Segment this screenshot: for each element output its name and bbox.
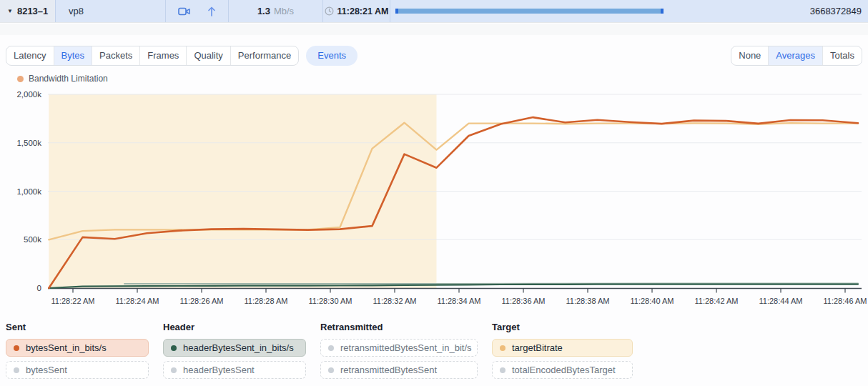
event-legend-label: Bandwidth Limitation — [29, 74, 108, 84]
tab-bytes[interactable]: Bytes — [54, 46, 92, 65]
y-axis-label: 1,000k — [16, 187, 41, 196]
x-axis-label: 11:28:38 AM — [566, 297, 610, 305]
x-axis-label: 11:28:40 AM — [631, 297, 674, 305]
series-toggle-label: retransmittedBytesSent_in_bit/s — [340, 342, 472, 353]
metric-tabs: LatencyBytesPacketsFramesQualityPerforma… — [6, 46, 299, 66]
x-axis-label: 11:28:36 AM — [502, 297, 546, 305]
bitrate-cell: 1.3 Mb/s — [229, 0, 323, 22]
ssrc-value: 3668372849 — [810, 6, 868, 16]
legend-group-title: Retransmitted — [320, 322, 478, 332]
series-color-dot — [171, 367, 177, 373]
x-axis-label: 11:28:30 AM — [309, 297, 352, 305]
series-color-dot — [500, 367, 505, 373]
codec-label: vp8 — [69, 6, 84, 16]
x-axis-label: 11:28:34 AM — [438, 297, 481, 305]
legend-group-target: TargettargetBitratetotalEncodedBytesTarg… — [492, 322, 633, 383]
series-toggle-label: retransmittedBytesSent — [340, 365, 437, 375]
series-toggle-retransmittedbytessent[interactable]: retransmittedBytesSent — [320, 361, 478, 379]
y-axis-label: 2,000k — [16, 90, 41, 99]
current-time: 11:28:21 AM — [337, 6, 389, 16]
bandwidth-limitation-dot — [17, 76, 24, 82]
view-mode-none[interactable]: None — [731, 46, 768, 65]
series-toggle-label: bytesSent — [26, 365, 67, 375]
y-axis-label: 0 — [37, 284, 41, 292]
codec-cell: vp8 — [56, 0, 166, 22]
x-axis-label: 11:28:44 AM — [759, 297, 803, 305]
stream-header-bar: ▼ 8213–1 vp8 1.3 Mb/s 11:28:21 AM 366837… — [0, 0, 868, 23]
series-toggle-label: bytesSent_in_bits/s — [26, 342, 107, 353]
y-axis-label: 500k — [24, 235, 41, 244]
view-mode-toggle: NoneAveragesTotals — [731, 46, 862, 66]
x-axis-label: 11:28:22 AM — [51, 297, 95, 305]
series-toggle-targetbitrate[interactable]: targetBitrate — [492, 339, 633, 357]
series-color-dot — [328, 367, 334, 373]
y-axis-label: 1,500k — [16, 139, 41, 147]
series-toggle-label: headerBytesSent — [183, 365, 255, 375]
x-axis-label: 11:28:24 AM — [116, 297, 159, 305]
tab-events[interactable]: Events — [306, 46, 357, 66]
view-mode-averages[interactable]: Averages — [768, 46, 822, 65]
tab-frames[interactable]: Frames — [139, 46, 186, 65]
time-cell: 11:28:21 AM — [323, 0, 390, 22]
series-toggle-headerbytessent-in-bits-s[interactable]: headerBytesSent_in_bits/s — [163, 339, 306, 357]
legend-group-title: Sent — [6, 322, 149, 332]
series-color-dot — [500, 345, 505, 351]
event-legend: Bandwidth Limitation — [17, 74, 108, 84]
series-color-dot — [171, 345, 177, 351]
progress-cell: 3668372849 — [390, 0, 868, 22]
tab-quality[interactable]: Quality — [186, 46, 230, 65]
x-axis-label: 11:28:42 AM — [695, 297, 739, 305]
legend-group-title: Target — [492, 322, 633, 332]
x-axis-label: 11:28:46 AM — [824, 297, 867, 305]
series-toggle-retransmittedbytessent-in-bit-s[interactable]: retransmittedBytesSent_in_bit/s — [320, 339, 478, 357]
bitrate-value: 1.3 — [257, 6, 270, 16]
legend-group-title: Header — [163, 322, 306, 332]
clock-icon — [325, 6, 334, 16]
bitrate-unit: Mb/s — [274, 6, 294, 16]
series-color-dot — [328, 345, 334, 351]
toolbar: LatencyBytesPacketsFramesQualityPerforma… — [6, 46, 862, 66]
series-toggle-label: totalEncodedBytesTarget — [512, 365, 616, 375]
series-toggle-totalencodedbytestarget[interactable]: totalEncodedBytesTarget — [492, 361, 633, 379]
arrow-up-icon — [207, 6, 216, 16]
header-spacer — [0, 24, 868, 35]
series-toggle-label: headerBytesSent_in_bits/s — [183, 342, 294, 353]
stream-id: 8213–1 — [17, 6, 48, 16]
legend-group-retransmitted: RetransmittedretransmittedBytesSent_in_b… — [320, 322, 478, 383]
x-axis-label: 11:28:32 AM — [373, 297, 417, 305]
x-axis-label: 11:28:28 AM — [245, 297, 288, 305]
series-toggle-headerbytessent[interactable]: headerBytesSent — [163, 361, 306, 379]
series-color-dot — [14, 345, 19, 351]
series-toggle-bytessent-in-bits-s[interactable]: bytesSent_in_bits/s — [6, 339, 149, 357]
legend-group-header: HeaderheaderBytesSent_in_bits/sheaderByt… — [163, 322, 306, 383]
series-legend: SentbytesSent_in_bits/sbytesSentHeaderhe… — [6, 322, 633, 383]
series-toggle-bytessent[interactable]: bytesSent — [6, 361, 149, 379]
chevron-down-icon: ▼ — [7, 8, 13, 14]
series-color-dot — [14, 367, 19, 373]
tab-performance[interactable]: Performance — [230, 46, 298, 65]
view-mode-totals[interactable]: Totals — [822, 46, 862, 65]
x-axis-label: 11:28:26 AM — [180, 297, 224, 305]
stream-progress-bar — [395, 9, 664, 14]
tab-packets[interactable]: Packets — [92, 46, 139, 65]
video-camera-icon — [178, 6, 190, 16]
stream-id-cell[interactable]: ▼ 8213–1 — [0, 0, 56, 22]
series-toggle-label: targetBitrate — [512, 342, 563, 353]
legend-group-sent: SentbytesSent_in_bits/sbytesSent — [6, 322, 149, 383]
stream-type-cell — [166, 0, 229, 22]
tab-latency[interactable]: Latency — [6, 46, 54, 65]
bytes-chart: 0500k1,000k1,500k2,000k11:28:22 AM11:28:… — [0, 89, 868, 312]
